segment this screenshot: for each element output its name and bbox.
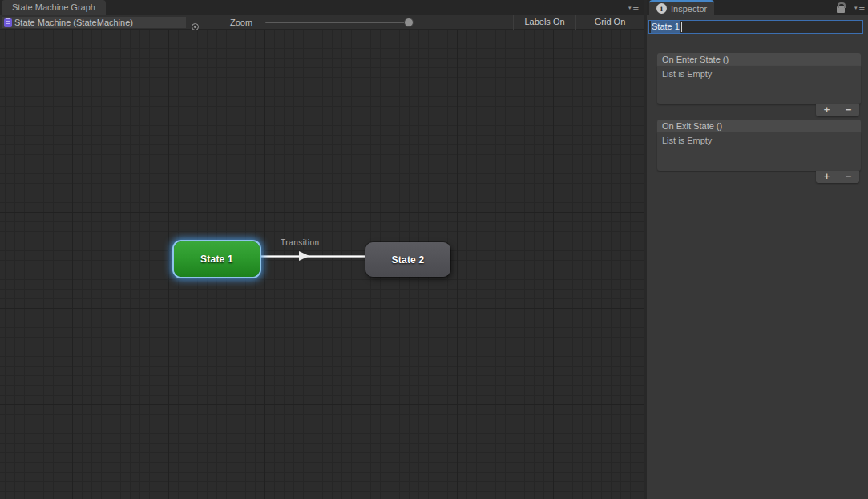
inspector-panel-menu-icon[interactable]: ▾ ≡ xyxy=(854,0,865,15)
script-icon xyxy=(4,18,12,27)
graph-tab-label: State Machine Graph xyxy=(12,2,95,12)
inspector-panel: i Inspector ▾ ≡ State 1 On Enter State (… xyxy=(647,0,868,499)
labels-toggle-button[interactable]: Labels On xyxy=(513,15,575,30)
zoom-slider[interactable] xyxy=(265,15,413,30)
add-button[interactable]: + xyxy=(816,104,838,116)
on-enter-state-header[interactable]: On Enter State () xyxy=(657,53,861,66)
object-field-label: State Machine (StateMachine) xyxy=(14,18,133,27)
graph-tabbar: State Machine Graph ▾ ≡ xyxy=(0,0,644,15)
graph-canvas[interactable]: Transition State 1 State 2 xyxy=(0,30,644,499)
node-state-2[interactable]: State 2 xyxy=(365,242,450,277)
tab-state-machine-graph[interactable]: State Machine Graph xyxy=(2,0,106,15)
state-name-input[interactable]: State 1 xyxy=(648,20,863,34)
node-state-1[interactable]: State 1 xyxy=(174,241,260,277)
node-state-2-label: State 2 xyxy=(392,254,425,266)
on-exit-state-header[interactable]: On Exit State () xyxy=(657,120,861,132)
chevron-down-icon: ▾ xyxy=(854,5,858,10)
tab-inspector[interactable]: i Inspector xyxy=(649,0,714,15)
unity-editor-window: State Machine Graph ▾ ≡ State Machine (S… xyxy=(0,0,868,499)
on-enter-state-body: List is Empty xyxy=(657,66,861,104)
transition-arrow-icon xyxy=(299,251,309,261)
zoom-label: Zoom xyxy=(230,15,252,30)
remove-button[interactable]: − xyxy=(838,171,859,183)
on-enter-state-footer: + − xyxy=(816,104,859,116)
grid-toggle-button[interactable]: Grid On xyxy=(575,15,644,30)
node-state-1-label: State 1 xyxy=(200,254,233,265)
zoom-slider-handle[interactable] xyxy=(404,18,414,27)
remove-button[interactable]: − xyxy=(838,104,859,116)
on-exit-state-footer: + − xyxy=(816,171,859,183)
inspector-tab-label: Inspector xyxy=(671,2,707,15)
text-caret xyxy=(681,22,682,32)
chevron-down-icon: ▾ xyxy=(628,5,632,10)
graph-panel-menu-icon[interactable]: ▾ ≡ xyxy=(628,0,639,15)
inspector-tabbar: i Inspector ▾ ≡ xyxy=(647,0,868,15)
transition-label: Transition xyxy=(281,238,320,247)
on-exit-state-body: List is Empty xyxy=(657,132,861,171)
info-icon: i xyxy=(656,3,667,14)
state-name-selected-text: State 1 xyxy=(651,21,680,33)
on-exit-state-list: On Exit State () List is Empty + − xyxy=(657,120,861,184)
graph-toolbar: State Machine (StateMachine) Zoom Labels… xyxy=(0,15,644,30)
hamburger-icon: ≡ xyxy=(858,2,865,13)
graph-panel: State Machine Graph ▾ ≡ State Machine (S… xyxy=(0,0,644,499)
add-button[interactable]: + xyxy=(816,171,838,183)
list-empty-text: List is Empty xyxy=(662,136,712,145)
on-enter-state-list: On Enter State () List is Empty + − xyxy=(657,53,861,117)
transition-edge[interactable] xyxy=(260,255,365,258)
zoom-slider-track xyxy=(265,22,413,23)
hamburger-icon: ≡ xyxy=(632,2,639,13)
lock-icon[interactable] xyxy=(837,6,845,13)
list-empty-text: List is Empty xyxy=(662,69,712,79)
state-machine-object-field[interactable]: State Machine (StateMachine) xyxy=(2,17,186,28)
